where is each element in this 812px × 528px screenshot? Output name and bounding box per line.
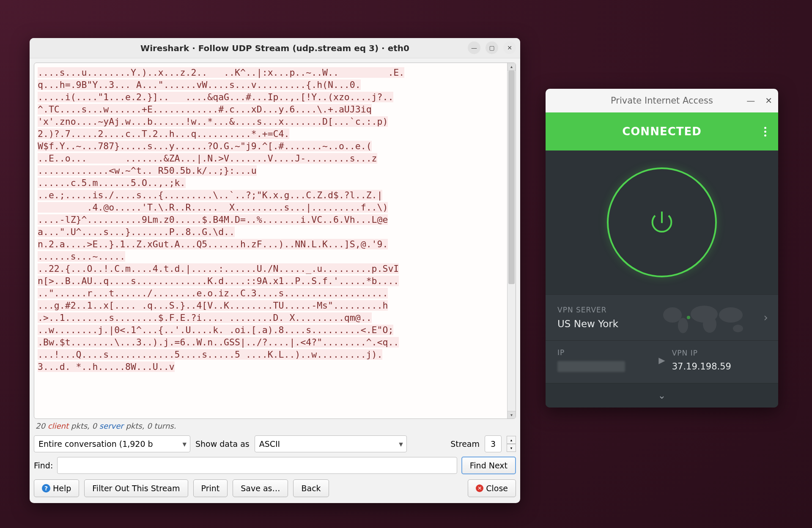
maximize-button[interactable]: ▢ — [486, 41, 498, 54]
power-area — [546, 150, 778, 294]
scroll-thumb[interactable] — [508, 71, 515, 284]
encoding-select[interactable]: ASCII — [255, 435, 407, 452]
print-button[interactable]: Print — [193, 479, 228, 497]
scrollbar[interactable]: ▴ ▾ — [507, 63, 516, 419]
help-icon: ? — [42, 484, 50, 492]
svg-point-5 — [733, 325, 743, 332]
filter-out-button[interactable]: Filter Out This Stream — [84, 479, 188, 497]
pia-minimize-button[interactable]: — — [746, 96, 755, 106]
real-ip-col: IP — [557, 348, 652, 372]
chevron-right-icon[interactable]: › — [764, 311, 768, 324]
find-label: Find: — [34, 461, 53, 470]
server-location-dot — [687, 316, 690, 319]
vpn-ip-col: VPN IP 37.19.198.59 — [672, 349, 766, 372]
find-input[interactable] — [57, 457, 457, 474]
conversation-select[interactable]: Entire conversation (1,920 b — [34, 435, 190, 452]
svg-point-4 — [719, 307, 743, 323]
pia-window-controls: — ✕ — [746, 96, 772, 106]
world-map-icon — [660, 302, 749, 336]
close-window-button[interactable]: ✕ — [503, 41, 516, 54]
wireshark-window: Wireshark · Follow UDP Stream (udp.strea… — [30, 38, 520, 503]
minimize-button[interactable]: — — [468, 41, 480, 54]
svg-point-0 — [663, 307, 682, 323]
stream-down-button[interactable]: ▾ — [507, 444, 516, 452]
find-next-button[interactable]: Find Next — [461, 457, 516, 474]
ip-value-redacted — [557, 361, 625, 372]
save-as-button[interactable]: Save as… — [233, 479, 288, 497]
find-row: Find: Find Next — [34, 457, 516, 474]
ip-label: IP — [557, 348, 652, 357]
close-button[interactable]: ✕ Close — [468, 479, 516, 497]
stream-number[interactable]: 3 — [485, 435, 502, 452]
connection-status-bar: CONNECTED — [546, 112, 778, 150]
pia-window: Private Internet Access — ✕ CONNECTED VP… — [546, 89, 778, 408]
svg-point-1 — [678, 318, 688, 333]
stream-up-button[interactable]: ▴ — [507, 436, 516, 444]
power-button[interactable] — [607, 167, 717, 277]
vpn-ip-value: 37.19.198.59 — [672, 361, 766, 372]
stream-text-panel: ....s...u........Y.)..x...z.2.. ..K^..|:… — [34, 63, 516, 419]
packet-status: 20 client pkts, 0 server pkts, 0 turns. — [34, 419, 516, 433]
chevron-down-icon: ⌄ — [658, 390, 666, 401]
scroll-up-icon[interactable]: ▴ — [508, 63, 516, 71]
pia-titlebar: Private Internet Access — ✕ — [546, 89, 778, 112]
help-button[interactable]: ? Help — [34, 479, 79, 497]
back-button[interactable]: Back — [293, 479, 329, 497]
svg-point-3 — [703, 316, 716, 333]
wireshark-body: ....s...u........Y.)..x...z.2.. ..K^..|:… — [30, 58, 520, 503]
kebab-menu-icon[interactable] — [764, 127, 766, 137]
vpn-ip-label: VPN IP — [672, 349, 766, 357]
window-controls: — ▢ ✕ — [468, 41, 516, 54]
arrow-right-icon: ▶ — [652, 355, 672, 365]
wireshark-title: Wireshark · Follow UDP Stream (udp.strea… — [140, 43, 409, 53]
stream-text-content: ....s...u........Y.)..x...z.2.. ..K^..|:… — [38, 67, 404, 372]
connection-status: CONNECTED — [622, 125, 702, 138]
stream-spinner: ▴ ▾ — [507, 436, 516, 452]
ip-section: IP ▶ VPN IP 37.19.198.59 — [546, 340, 778, 383]
show-data-label: Show data as — [195, 439, 250, 449]
expand-button[interactable]: ⌄ — [546, 383, 778, 408]
options-row: Entire conversation (1,920 b Show data a… — [34, 435, 516, 452]
close-icon: ✕ — [476, 484, 483, 492]
power-icon — [645, 205, 679, 239]
scroll-down-icon[interactable]: ▾ — [508, 411, 516, 419]
vpn-server-section[interactable]: VPN SERVER US New York › — [546, 294, 778, 340]
stream-label: Stream — [450, 439, 480, 449]
wireshark-titlebar: Wireshark · Follow UDP Stream (udp.strea… — [30, 38, 520, 58]
pia-close-button[interactable]: ✕ — [765, 96, 772, 106]
stream-text[interactable]: ....s...u........Y.)..x...z.2.. ..K^..|:… — [34, 63, 516, 419]
pia-title: Private Internet Access — [611, 96, 713, 106]
dialog-buttons: ? Help Filter Out This Stream Print Save… — [34, 479, 516, 497]
